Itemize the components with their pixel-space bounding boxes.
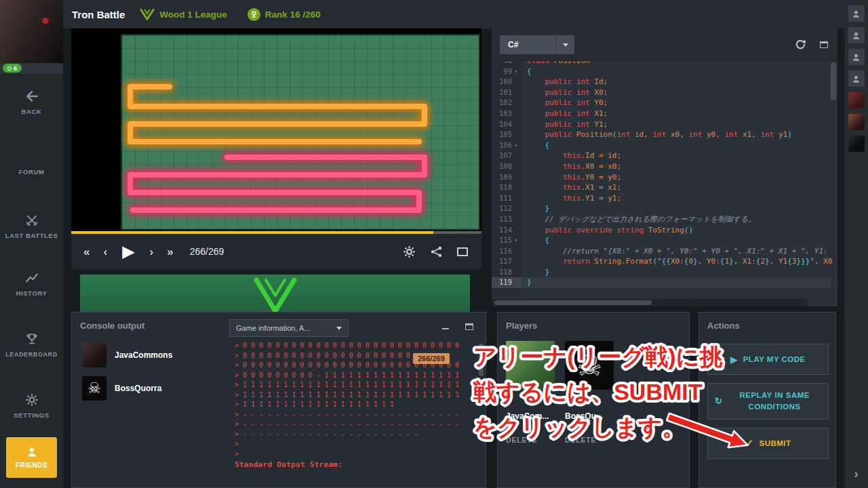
editor-code-line[interactable]: } (521, 277, 831, 288)
editor-code-line[interactable]: this.X0 = x0; (521, 161, 831, 172)
editor-line-number[interactable]: 112 (492, 203, 521, 214)
collapse-chevron-icon[interactable]: › (844, 467, 868, 481)
editor-hscroll-thumb[interactable] (494, 300, 652, 305)
step-back-button[interactable]: ‹ (96, 246, 114, 258)
user-avatar-person-icon[interactable] (848, 49, 865, 65)
user-avatar-person-icon[interactable] (848, 27, 865, 43)
replay-icon: ↻ (715, 394, 722, 408)
league-label[interactable]: Wood 1 League (159, 9, 227, 20)
submit-button[interactable]: ✓ SUBMIT (707, 428, 829, 459)
share-icon[interactable] (431, 246, 442, 258)
editor-code[interactable]: class Position{ public int Id; public in… (521, 61, 831, 297)
editor-line-number[interactable]: 115▾ (492, 235, 521, 246)
replay-same-conditions-button[interactable]: ↻ REPLAY IN SAME CONDITIONS (707, 383, 829, 420)
editor-code-line[interactable]: return String.Format("{{X0:{0}, Y0:{1}, … (521, 256, 831, 267)
rewind-button[interactable]: « (77, 246, 96, 258)
user-avatar-person-icon[interactable] (848, 70, 865, 87)
profile-avatar[interactable] (0, 0, 63, 63)
editor-line-number[interactable]: 103 (492, 108, 521, 119)
console-player-row[interactable]: ☠BossQuorra (82, 376, 172, 401)
sidebar-item-leaderboard[interactable]: LEADERBOARD (0, 332, 63, 358)
console-player-row[interactable]: JavaCommons (82, 343, 172, 367)
editor-code-line[interactable]: class Position (521, 61, 831, 66)
editor-line-number[interactable]: 119 (492, 277, 521, 288)
play-my-code-label: PLAY MY CODE (743, 355, 806, 363)
editor-line-number[interactable]: 114 (492, 225, 521, 236)
reload-code-icon[interactable] (795, 39, 806, 50)
editor-code-line[interactable]: this.Id = id; (521, 150, 831, 161)
sidebar-item-last-battles[interactable]: LAST BATTLES (0, 214, 63, 239)
play-my-code-button[interactable]: ▶ PLAY MY CODE (707, 344, 829, 375)
user-avatar[interactable] (848, 114, 865, 130)
editor-code-line[interactable]: } (521, 267, 831, 278)
editor-line-number[interactable]: 118 (492, 267, 521, 278)
editor-code-line[interactable]: //return "{X0:" + X0 + ", Y0:" + Y0 + ",… (521, 246, 831, 257)
sidebar-item-back[interactable]: BACK (0, 89, 63, 115)
editor-line-number[interactable]: 108 (492, 161, 521, 172)
editor-line-number[interactable]: 99▾ (492, 66, 521, 77)
editor-line-number[interactable]: 104 (492, 119, 521, 130)
editor-line-number[interactable]: 98 (492, 61, 521, 66)
delete-player-button[interactable]: DELETE (506, 436, 555, 444)
player-card-avatar[interactable]: ☠ (565, 341, 614, 390)
players-title: Players (506, 321, 537, 331)
fast-forward-button[interactable]: » (160, 246, 180, 258)
editor-code-line[interactable]: this.Y1 = y1; (521, 193, 831, 204)
editor-line-number[interactable]: 107 (492, 150, 521, 161)
editor-line-number[interactable]: 111 (492, 193, 521, 204)
editor-line-number[interactable]: 100 (492, 77, 521, 87)
friends-button[interactable]: FRIENDS (6, 437, 57, 478)
editor-line-number[interactable]: 102 (492, 98, 521, 108)
fullscreen-icon[interactable] (457, 247, 468, 256)
step-forward-button[interactable]: › (143, 246, 161, 258)
console-filter-select[interactable]: Game information, A... (229, 319, 349, 337)
sidebar-label-leaderboard: LEADERBOARD (5, 351, 58, 358)
editor-code-line[interactable]: public Position(int id, int x0, int y0, … (521, 129, 831, 140)
maximize-editor-icon[interactable] (820, 41, 828, 48)
user-avatar-person-icon[interactable] (848, 5, 865, 22)
editor-code-line[interactable]: public int Y1; (521, 119, 831, 130)
rank-badge-icon (248, 8, 260, 21)
editor-line-number[interactable]: 106▾ (492, 140, 521, 151)
sidebar-item-history[interactable]: HISTORY (0, 271, 63, 297)
editor-vscroll-thumb[interactable] (831, 62, 836, 100)
editor-code-line[interactable]: public override string ToString() (521, 225, 831, 236)
game-viewer[interactable] (71, 28, 481, 234)
minimize-console-icon[interactable] (442, 324, 449, 329)
editor-code-line[interactable]: public int Y0; (521, 98, 831, 108)
editor-code-line[interactable]: public int Id; (521, 77, 831, 87)
editor-code-line[interactable]: { (521, 140, 831, 151)
user-avatar[interactable] (848, 92, 865, 108)
editor-line-number[interactable]: 110 (492, 182, 521, 193)
editor-code-line[interactable]: public int X1; (521, 108, 831, 119)
players-panel: Players JavaCom...DELETE☠BossQu...DELETE (497, 312, 690, 488)
maximize-console-icon[interactable] (465, 323, 473, 330)
editor-code-line[interactable]: } (521, 203, 831, 214)
editor-line-number[interactable]: 109 (492, 172, 521, 183)
orange-trail-glow (130, 87, 425, 142)
editor-line-number[interactable]: 116 (492, 246, 521, 257)
console-vscroll-thumb[interactable] (479, 344, 484, 376)
player-card-avatar[interactable] (506, 341, 555, 390)
rank-label[interactable]: Rank 16 /260 (265, 9, 321, 20)
editor-code-line[interactable]: { (521, 235, 831, 246)
console-line: > 0 0 0 0 0 0 0 0 0 - 1 1 1 1 1 1 1 1 1 … (235, 371, 476, 381)
editor-code-line[interactable]: this.Y0 = y0; (521, 172, 831, 183)
user-avatar[interactable] (848, 136, 865, 152)
editor-line-number[interactable]: 101 (492, 87, 521, 98)
sidebar-item-settings[interactable]: SETTINGS (0, 393, 63, 419)
editor-code-line[interactable]: this.X1 = x1; (521, 182, 831, 193)
editor-line-number[interactable]: 105 (492, 129, 521, 140)
viewer-settings-gear-icon[interactable] (403, 245, 416, 258)
editor-line-number[interactable]: 113 (492, 214, 521, 225)
editor-code-line[interactable]: public int X0; (521, 87, 831, 98)
delete-player-button[interactable]: DELETE (565, 436, 614, 444)
actions-title: Actions (707, 321, 740, 331)
editor-code-line[interactable]: // デバッグなどで出力される際のフォーマットを制御する。 (521, 214, 831, 225)
sidebar-item-forum[interactable]: FORUM (0, 168, 63, 176)
play-button[interactable]: ▶ (114, 243, 142, 260)
editor-body[interactable]: 9899▾100101102103104105106▾1071081091101… (492, 61, 837, 297)
editor-line-number[interactable]: 117 (492, 256, 521, 267)
editor-code-line[interactable]: { (521, 66, 831, 77)
language-select[interactable]: C# (500, 35, 574, 54)
